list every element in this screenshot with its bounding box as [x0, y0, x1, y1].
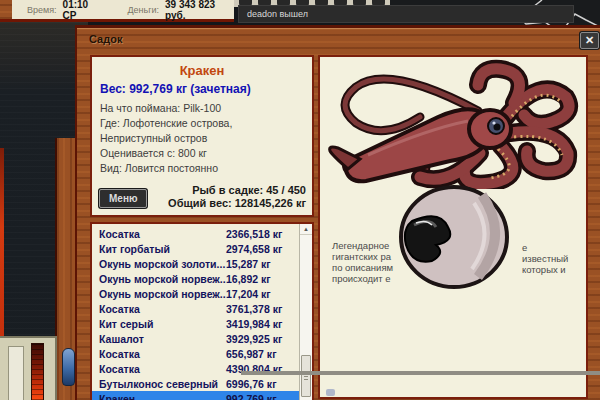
time-label: Время:: [27, 5, 57, 15]
fish-weight-line: Вес: 992,769 кг (зачетная): [100, 82, 312, 96]
fish-weight: 2974,658 кг: [226, 243, 282, 255]
fish-name: Косатка: [92, 303, 226, 315]
fish-kind-line: Вид: Ловится постоянно: [100, 161, 306, 176]
fish-weight: 16,892 кг: [226, 273, 271, 285]
description-fragment: известный: [522, 253, 568, 264]
blue-float-object: [62, 348, 75, 386]
cage-total-weight-line: Общий вес: 128145,226 кг: [168, 197, 306, 210]
fish-list-row[interactable]: Бутылконос северный6996,76 кг: [92, 376, 299, 391]
scroll-up-icon[interactable]: ▲: [300, 224, 312, 235]
fish-weight: 656,987 кг: [226, 348, 277, 360]
panel-corner-icon: [326, 389, 335, 396]
fish-list-row[interactable]: Окунь морской золоти...15,287 кг: [92, 256, 299, 271]
fish-weight: 17,204 кг: [226, 288, 271, 300]
rod-red-stripe: [0, 148, 4, 346]
description-fragment: по описаниям: [332, 262, 393, 273]
fish-weight: 6996,76 кг: [226, 378, 277, 390]
fish-list-row[interactable]: Окунь морской норвеж...16,892 кг: [92, 271, 299, 286]
description-fragment: происходит е: [332, 273, 391, 284]
fish-weight: 15,287 кг: [226, 258, 271, 270]
fish-rated-line: Оценивается с: 800 кг: [100, 146, 306, 161]
cage-count-line: Рыб в садке: 45 / 450: [168, 184, 306, 197]
fish-name: Кракен: [92, 393, 226, 400]
fish-weight: 3419,984 кг: [226, 318, 282, 330]
fish-list-row[interactable]: Косатка3761,378 кг: [92, 301, 299, 316]
fight-meter-panel: [0, 336, 57, 400]
fish-name: Кит серый: [92, 318, 226, 330]
description-fragment: которых и: [522, 264, 566, 275]
fish-name: Окунь морской золоти...: [92, 258, 226, 270]
description-fragment: Легендарное: [332, 240, 389, 251]
fish-name: Кашалот: [92, 333, 226, 345]
fish-list-row[interactable]: Кит серый3419,984 кг: [92, 316, 299, 331]
scrollbar-thumb[interactable]: [301, 355, 311, 397]
status-bar: Время: 01:10 СР Деньги: 39 343 823 руб.: [12, 0, 234, 22]
fish-name: Окунь морской норвеж...: [92, 288, 226, 300]
fish-list-row[interactable]: Косатка2366,518 кг: [92, 226, 299, 241]
keepnet-window: Садок ✕ Кракен Вес: 992,769 кг (зачетная…: [75, 25, 600, 400]
money-value: 39 343 823 руб.: [165, 0, 234, 21]
fish-info-panel: Кракен Вес: 992,769 кг (зачетная) На что…: [90, 55, 314, 217]
fish-list-row[interactable]: Окунь морской норвеж...17,204 кг: [92, 286, 299, 301]
fish-list-row[interactable]: Кракен992,769 кг: [92, 391, 299, 400]
window-title: Садок: [89, 33, 122, 45]
game-screen: Время: 01:10 СР Деньги: 39 343 823 руб. …: [0, 0, 600, 400]
hud-wood-edge: [0, 0, 12, 22]
fish-weight: 3929,925 кг: [226, 333, 282, 345]
window-bottom-edge: [241, 371, 600, 375]
fish-weight: 992,769 кг: [226, 393, 277, 400]
fish-name: Кит горбатый: [92, 243, 226, 255]
fish-name: Косатка: [92, 363, 226, 375]
fish-name: Косатка: [92, 348, 226, 360]
close-icon[interactable]: ✕: [580, 32, 599, 49]
fish-weight: 3761,378 кг: [226, 303, 282, 315]
description-fragment: е: [522, 242, 527, 253]
kraken-illustration: [328, 59, 582, 189]
fish-where-line: Где: Лофотенские острова, Неприступный о…: [100, 116, 306, 146]
fish-name: Косатка: [92, 228, 226, 240]
menu-button[interactable]: Меню: [99, 189, 147, 208]
fish-name: Окунь морской норвеж...: [92, 273, 226, 285]
fish-list-row[interactable]: Кашалот3929,925 кг: [92, 331, 299, 346]
time-value: 01:10 СР: [63, 0, 103, 21]
chat-bar[interactable]: deadon вышел: [238, 5, 574, 23]
fish-name: Бутылконос северный: [92, 378, 226, 390]
money-label: Деньги:: [127, 5, 159, 15]
cage-totals: Рыб в садке: 45 / 450 Общий вес: 128145,…: [168, 184, 306, 210]
fish-name-title: Кракен: [92, 63, 312, 78]
line-tension-bar: [8, 346, 24, 400]
description-fragment: гигантских ра: [332, 251, 391, 262]
fish-bait-line: На что поймана: Pilk-100: [100, 101, 306, 116]
rod-power-bar: [31, 343, 44, 400]
chat-message: deadon вышел: [239, 9, 308, 19]
fish-list-row[interactable]: Кит горбатый2974,658 кг: [92, 241, 299, 256]
fish-list-row[interactable]: Косатка656,987 кг: [92, 346, 299, 361]
fish-description-panel: Легендарноегигантских рапо описаниямпрои…: [318, 55, 588, 399]
fish-weight: 2366,518 кг: [226, 228, 282, 240]
kraken-beak-illustration: [384, 183, 519, 293]
